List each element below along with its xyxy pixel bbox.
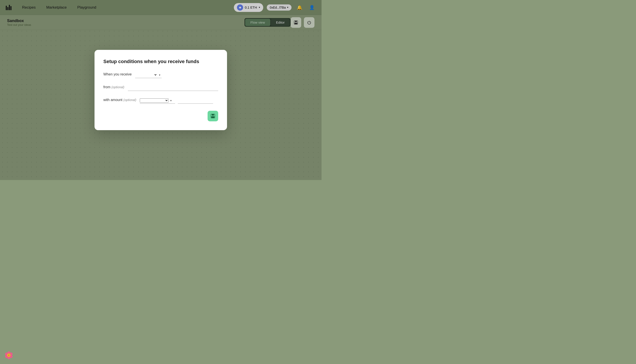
chevron-down-icon: ▾: [159, 74, 160, 76]
from-optional-label: (optional): [111, 85, 124, 89]
modal-overlay: Setup conditions when you receive funds …: [0, 0, 322, 180]
with-amount-label: with amount (optional): [103, 98, 136, 104]
when-you-receive-label: When you receive: [103, 72, 132, 78]
modal-footer: [103, 111, 218, 121]
amount-comparator-dropdown[interactable]: [140, 98, 168, 102]
modal-title: Setup conditions when you receive funds: [103, 59, 218, 64]
amount-comparator-select[interactable]: ▾: [140, 98, 175, 104]
amount-row: ▾: [140, 98, 213, 104]
from-label: from (optional): [103, 85, 124, 91]
setup-conditions-modal: Setup conditions when you receive funds …: [95, 50, 227, 130]
modal-save-button[interactable]: [208, 111, 218, 121]
when-you-receive-row: When you receive ▾: [103, 72, 218, 78]
from-row: from (optional): [103, 85, 218, 91]
chevron-down-icon: ▾: [170, 99, 172, 102]
from-input[interactable]: [128, 86, 218, 91]
when-you-receive-select[interactable]: ▾: [135, 73, 162, 78]
when-you-receive-dropdown[interactable]: [135, 73, 157, 77]
with-amount-row: with amount (optional) ▾: [103, 98, 218, 104]
svg-rect-8: [212, 114, 214, 116]
amount-value-input[interactable]: [178, 99, 213, 104]
svg-rect-9: [211, 116, 214, 118]
with-amount-optional-label: (optional): [123, 98, 136, 102]
